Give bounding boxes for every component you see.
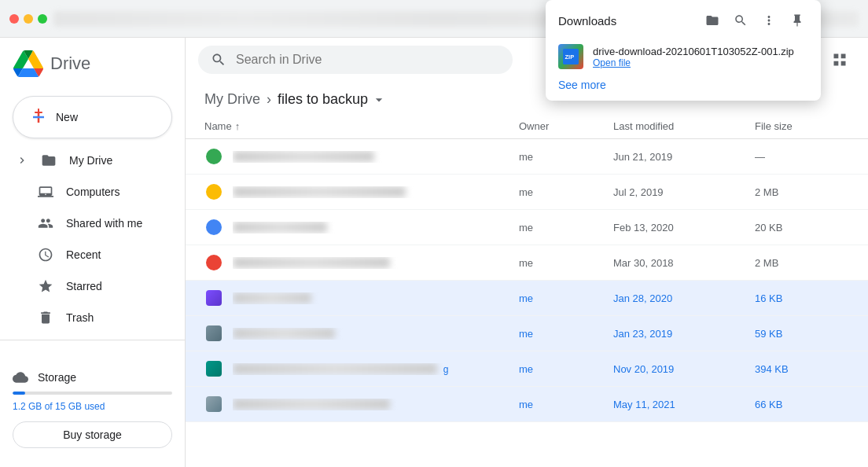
storage-text: Storage bbox=[38, 371, 76, 384]
table-row[interactable]: g me Nov 20, 2019 394 KB bbox=[186, 351, 868, 387]
buy-storage-button[interactable]: Buy storage bbox=[13, 421, 172, 448]
close-button[interactable] bbox=[9, 14, 19, 24]
cloud-icon bbox=[13, 370, 28, 385]
download-filename: drive-download-20210601T103052Z-001.zip bbox=[593, 46, 808, 57]
minimize-button[interactable] bbox=[24, 14, 33, 24]
search-downloads-button[interactable] bbox=[730, 9, 752, 31]
file-icon bbox=[204, 359, 223, 378]
file-name: g bbox=[233, 363, 519, 375]
table-row[interactable]: me Mar 30, 2018 2 MB bbox=[186, 245, 868, 281]
sidebar-item-recent[interactable]: Recent bbox=[0, 239, 178, 270]
new-label: New bbox=[56, 111, 78, 123]
file-icon bbox=[204, 324, 223, 343]
file-owner: me bbox=[519, 257, 613, 269]
svg-text:ZIP: ZIP bbox=[565, 53, 575, 61]
file-owner: me bbox=[519, 363, 613, 375]
file-name bbox=[233, 328, 519, 340]
downloads-header: Downloads bbox=[546, 0, 821, 38]
file-modified: Jul 2, 2019 bbox=[613, 186, 755, 198]
sidebar-item-label: Trash bbox=[66, 311, 94, 324]
people-icon bbox=[38, 215, 53, 231]
sidebar-item-shared-with-me[interactable]: Shared with me bbox=[0, 208, 178, 239]
table-row[interactable]: me Jun 21, 2019 — bbox=[186, 139, 868, 175]
clock-icon bbox=[38, 247, 53, 263]
table-row[interactable]: me Jan 28, 2020 16 KB bbox=[186, 281, 868, 316]
open-file-link[interactable]: Open file bbox=[593, 57, 808, 68]
download-file-info: drive-download-20210601T103052Z-001.zip … bbox=[593, 46, 808, 68]
col-header-modified: Last modified bbox=[613, 120, 755, 132]
grid-view-button[interactable] bbox=[824, 44, 855, 75]
table-row[interactable]: me Jul 2, 2019 2 MB bbox=[186, 175, 868, 210]
search-input[interactable] bbox=[236, 53, 500, 67]
file-icon bbox=[204, 253, 223, 272]
logo-area: Drive bbox=[0, 44, 185, 90]
sidebar-item-trash[interactable]: Trash bbox=[0, 302, 178, 333]
table-row[interactable]: me May 11, 2021 66 KB bbox=[186, 387, 868, 422]
plus-icon bbox=[29, 108, 48, 127]
file-owner: me bbox=[519, 186, 613, 198]
pin-button[interactable] bbox=[786, 9, 808, 31]
downloads-title: Downloads bbox=[558, 14, 616, 28]
file-size: 2 MB bbox=[755, 257, 849, 269]
file-list: me Jun 21, 2019 — me Jul 2, 2019 2 MB bbox=[186, 139, 868, 467]
file-size: 20 KB bbox=[755, 222, 849, 234]
file-icon bbox=[204, 395, 223, 414]
see-more-button[interactable]: See more bbox=[546, 72, 821, 101]
file-owner: me bbox=[519, 222, 613, 234]
downloads-popup: Downloads ZIP drive-download-20210601T1 bbox=[546, 0, 821, 101]
trash-icon bbox=[38, 310, 53, 325]
main-content: My Drive › files to backup Name ↑ Owner … bbox=[186, 38, 868, 467]
breadcrumb-separator: › bbox=[267, 91, 271, 108]
sidebar-item-my-drive[interactable]: My Drive bbox=[0, 145, 178, 176]
star-icon bbox=[38, 278, 53, 294]
open-folder-button[interactable] bbox=[701, 9, 723, 31]
storage-bar bbox=[13, 392, 172, 395]
file-modified: Mar 30, 2018 bbox=[613, 257, 755, 269]
file-thumbnail-icon: ZIP bbox=[558, 44, 583, 69]
file-name bbox=[233, 151, 519, 163]
storage-label: Storage bbox=[13, 370, 172, 385]
file-modified: Jan 28, 2020 bbox=[613, 292, 755, 304]
file-icon bbox=[204, 182, 223, 201]
file-owner: me bbox=[519, 328, 613, 340]
col-header-name[interactable]: Name ↑ bbox=[204, 120, 519, 132]
breadcrumb-current: files to backup bbox=[278, 91, 368, 108]
sidebar-item-label: Shared with me bbox=[66, 217, 142, 230]
new-button[interactable]: New bbox=[13, 96, 172, 138]
search-bar[interactable] bbox=[198, 46, 513, 74]
file-modified: Jan 23, 2019 bbox=[613, 328, 755, 340]
drive-logo-icon bbox=[13, 50, 44, 77]
maximize-button[interactable] bbox=[38, 14, 47, 24]
breadcrumb-parent[interactable]: My Drive bbox=[204, 91, 260, 108]
app-title: Drive bbox=[50, 53, 90, 74]
table-row[interactable]: me Jan 23, 2019 59 KB bbox=[186, 316, 868, 351]
more-options-button[interactable] bbox=[758, 9, 780, 31]
table-row[interactable]: me Feb 13, 2020 20 KB bbox=[186, 210, 868, 245]
storage-fill bbox=[13, 392, 25, 395]
file-modified: Jun 21, 2019 bbox=[613, 151, 755, 163]
file-icon bbox=[204, 218, 223, 237]
storage-used: 1.2 GB of 15 GB used bbox=[13, 401, 172, 412]
sidebar-item-starred[interactable]: Starred bbox=[0, 270, 178, 302]
file-name bbox=[233, 292, 519, 304]
file-size: — bbox=[755, 151, 849, 163]
file-icon bbox=[204, 147, 223, 166]
folder-icon bbox=[41, 153, 57, 168]
chevron-down-icon[interactable] bbox=[371, 92, 387, 108]
col-header-size: File size bbox=[755, 120, 849, 132]
file-size: 66 KB bbox=[755, 399, 849, 410]
sidebar-item-computers[interactable]: Computers bbox=[0, 176, 178, 208]
file-modified: May 11, 2021 bbox=[613, 399, 755, 410]
computer-icon bbox=[38, 184, 53, 200]
table-header: Name ↑ Owner Last modified File size bbox=[186, 114, 868, 139]
download-item: ZIP drive-download-20210601T103052Z-001.… bbox=[546, 38, 821, 72]
file-owner: me bbox=[519, 292, 613, 304]
col-header-owner: Owner bbox=[519, 120, 613, 132]
file-modified: Feb 13, 2020 bbox=[613, 222, 755, 234]
file-name bbox=[233, 186, 519, 198]
file-owner: me bbox=[519, 151, 613, 163]
sidebar-item-label: Computers bbox=[66, 186, 120, 198]
file-owner: me bbox=[519, 399, 613, 410]
file-size: 2 MB bbox=[755, 186, 849, 198]
window-controls bbox=[9, 14, 47, 24]
